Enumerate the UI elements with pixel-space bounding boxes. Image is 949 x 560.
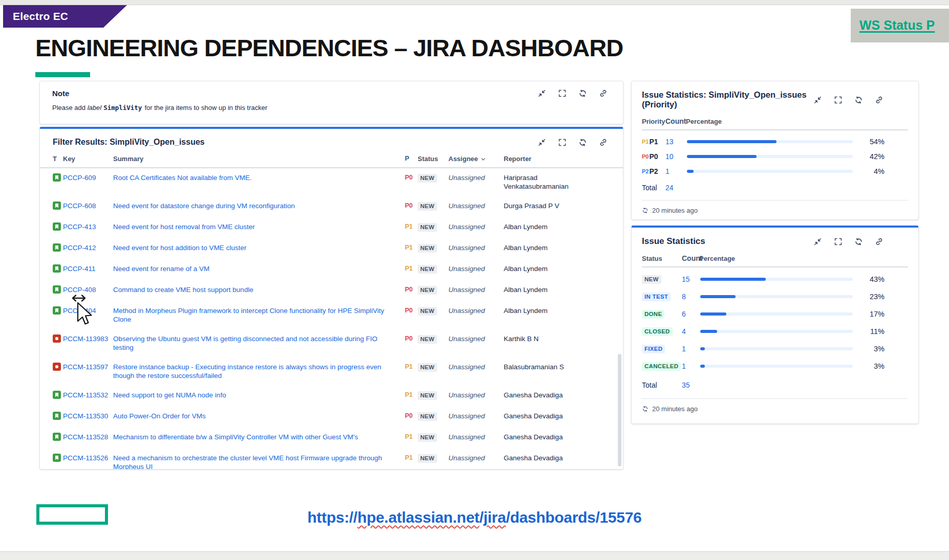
col-type[interactable]: T xyxy=(53,155,63,163)
refresh-icon[interactable] xyxy=(854,96,863,104)
issue-key-link[interactable]: PCCP-413 xyxy=(63,222,113,231)
issue-key-link[interactable]: PCCM-113532 xyxy=(63,391,113,399)
reporter-value: Ganesha Devadiga xyxy=(504,454,580,462)
issue-type-story-icon xyxy=(53,433,63,443)
expand-icon[interactable] xyxy=(558,89,567,98)
issue-key-link[interactable]: PCCM-113530 xyxy=(63,412,113,420)
expand-icon[interactable] xyxy=(834,96,843,104)
minimize-icon[interactable] xyxy=(537,138,546,147)
refresh-icon[interactable] xyxy=(578,138,587,147)
count-link[interactable]: 6 xyxy=(682,310,699,318)
percent-label: 4% xyxy=(860,167,885,175)
table-row: PCCM-113530Auto Power-On Order for VMsP0… xyxy=(40,407,623,428)
expand-icon[interactable] xyxy=(558,138,567,147)
issue-key-link[interactable]: PCCM-113526 xyxy=(63,454,113,462)
count-link[interactable]: 1 xyxy=(665,167,686,175)
issue-type-story-icon xyxy=(53,412,63,422)
refresh-icon[interactable] xyxy=(578,89,587,98)
priority-label: P0 xyxy=(405,306,418,315)
table-row: PCCP-608Need event for datastore change … xyxy=(40,196,623,217)
status-badge: IN TEST xyxy=(642,293,671,301)
link-icon[interactable] xyxy=(875,96,883,104)
reporter-value: Alban Lyndem xyxy=(504,222,580,231)
issue-summary-link[interactable]: Need event for host addition to VME clus… xyxy=(113,243,405,252)
count-link[interactable]: 1 xyxy=(682,345,699,353)
note-gadget: Note Please add labelSimpliVityfor the j… xyxy=(39,81,623,124)
priority-label: P1 xyxy=(405,222,418,231)
issue-summary-link[interactable]: Need event for host removal from VME clu… xyxy=(113,222,405,231)
table-row: PCCP-404Method in Morpheus Plugin framew… xyxy=(40,301,623,329)
count-link[interactable]: 8 xyxy=(682,293,699,301)
issue-key-link[interactable]: PCCP-411 xyxy=(63,264,113,273)
brand-banner: Electro EC xyxy=(3,5,127,28)
status-badge: NEW xyxy=(418,454,437,463)
table-row: PCCM-113983Observing the Ubuntu guest VM… xyxy=(40,329,623,357)
minimize-icon[interactable] xyxy=(813,96,822,104)
priority-label: P1 xyxy=(405,243,418,252)
reporter-value: Alban Lyndem xyxy=(504,285,580,294)
issue-key-link[interactable]: PCCP-609 xyxy=(63,173,113,182)
expand-icon[interactable] xyxy=(834,237,843,246)
filter-gadget-icons xyxy=(537,138,608,147)
issue-statistics-status-gadget: Issue Statistics Status Count Percentage… xyxy=(631,226,919,424)
col-key[interactable]: Key xyxy=(63,155,113,163)
status-total-row: Total 35 xyxy=(632,375,918,395)
refresh-icon[interactable] xyxy=(854,237,863,246)
count-link[interactable]: 13 xyxy=(665,138,686,146)
status-stat-row: DONE617% xyxy=(632,305,918,323)
status-stat-row: IN TEST823% xyxy=(632,288,918,305)
brand-name: Electro EC xyxy=(3,5,127,28)
count-link[interactable]: 10 xyxy=(665,152,686,161)
issue-key-link[interactable]: PCCM-113528 xyxy=(63,433,113,441)
issue-summary-link[interactable]: Need a mechanism to orchestrate the clus… xyxy=(113,454,405,469)
minimize-icon[interactable] xyxy=(537,89,546,98)
dashboard-url[interactable]: https://hpe.atlassian.net/jira/dashboard… xyxy=(0,509,949,526)
link-icon[interactable] xyxy=(599,89,608,98)
percent-bar xyxy=(687,155,853,158)
refresh-icon[interactable] xyxy=(642,207,649,214)
issue-summary-link[interactable]: Command to create VME host support bundl… xyxy=(113,285,405,294)
issue-summary-link[interactable]: Need support to get NUMA node info xyxy=(113,391,405,399)
link-icon[interactable] xyxy=(875,237,883,246)
issue-summary-link[interactable]: Auto Power-On Order for VMs xyxy=(113,412,405,420)
count-link[interactable]: 15 xyxy=(682,275,699,283)
issue-summary-link[interactable]: Root CA Certificates Not available from … xyxy=(113,173,405,182)
issue-key-link[interactable]: PCCP-608 xyxy=(63,201,113,210)
total-count-link[interactable]: 24 xyxy=(665,184,686,192)
issue-key-link[interactable]: PCCM-113983 xyxy=(63,334,113,343)
count-link[interactable]: 4 xyxy=(682,327,699,335)
issue-key-link[interactable]: PCCM-113597 xyxy=(63,363,113,371)
minimize-icon[interactable] xyxy=(813,237,822,246)
status-badge: NEW xyxy=(418,202,437,211)
ws-status-link[interactable]: WS Status P xyxy=(859,18,949,33)
issue-key-link[interactable]: PCCP-408 xyxy=(63,285,113,294)
priority-label: P1 xyxy=(405,391,418,399)
col-status[interactable]: Status xyxy=(418,155,448,163)
link-icon[interactable] xyxy=(599,138,608,147)
percent-label: 42% xyxy=(860,152,885,161)
refresh-icon[interactable] xyxy=(642,406,649,412)
issue-summary-link[interactable]: Method in Morpheus Plugin framework to i… xyxy=(113,306,405,324)
issue-summary-link[interactable]: Need event for rename of a VM xyxy=(113,264,405,273)
percent-bar xyxy=(687,170,853,173)
percent-label: 23% xyxy=(860,293,885,301)
col-priority[interactable]: P xyxy=(405,155,418,163)
issue-summary-link[interactable]: Observing the Ubuntu guest VM is getting… xyxy=(113,334,405,352)
issue-key-link[interactable]: PCCP-412 xyxy=(63,243,113,252)
ws-status-box: WS Status P xyxy=(851,9,949,42)
issue-summary-link[interactable]: Need event for datastore change during V… xyxy=(113,201,405,210)
reporter-value: Durga Prasad P V xyxy=(504,201,580,210)
count-link[interactable]: 1 xyxy=(682,362,699,370)
total-count-link[interactable]: 35 xyxy=(682,381,699,389)
issue-key-link[interactable]: PCCP-404 xyxy=(63,306,113,315)
col-assignee[interactable]: Assignee xyxy=(448,155,504,163)
issue-type-story-icon xyxy=(53,285,63,296)
percent-bar xyxy=(700,330,853,333)
issue-summary-link[interactable]: Restore instance backup - Executing inst… xyxy=(113,363,405,380)
col-summary[interactable]: Summary xyxy=(113,155,405,163)
issue-summary-link[interactable]: Mechanism to differentiate b/w a SimpliV… xyxy=(113,433,405,441)
scrollbar-thumb[interactable] xyxy=(618,354,621,466)
reporter-value: Hariprasad Venkatasubramanian xyxy=(504,173,580,191)
col-reporter[interactable]: Reporter xyxy=(504,155,580,163)
percent-label: 3% xyxy=(860,362,885,370)
